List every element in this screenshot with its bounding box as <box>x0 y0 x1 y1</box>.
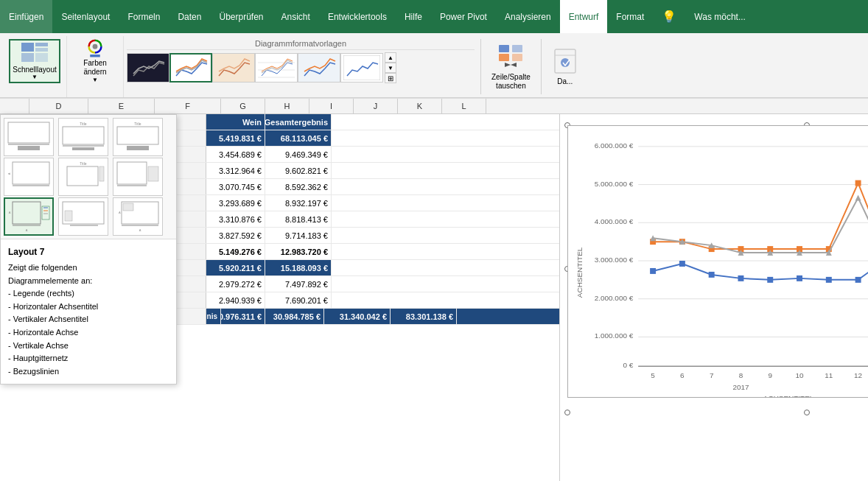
menu-einfuegen[interactable]: Einfügen <box>0 0 52 33</box>
col-i: I <box>309 99 354 113</box>
cell-wein-header[interactable]: Wein <box>206 114 265 130</box>
menu-wasmochte[interactable]: Was möcht... <box>685 0 755 33</box>
cell-e4[interactable]: 8.592.362 € <box>265 179 332 194</box>
cell-e2[interactable]: 9.469.349 € <box>265 147 332 162</box>
layout-popup: Title Title A <box>0 114 177 385</box>
cell-e1[interactable]: 68.113.045 € <box>265 130 332 146</box>
layout-item-5[interactable]: Title <box>58 158 108 196</box>
menu-entwicklertools[interactable]: Entwicklertools <box>319 0 396 33</box>
cell-e7[interactable]: 9.714.183 € <box>265 228 332 243</box>
cell-d1[interactable]: 5.419.831 € <box>206 130 265 146</box>
cell-d11[interactable]: 2.940.939 € <box>206 292 265 308</box>
svg-text:6: 6 <box>680 371 685 379</box>
table-header-row: Wein Gesamtergebnis <box>177 114 559 130</box>
chart-styles-row: ▲ ▼ ⊞ <box>127 52 475 83</box>
layout-item-2[interactable]: Title <box>58 118 108 156</box>
cell-e10[interactable]: 7.497.892 € <box>265 276 332 292</box>
chart-style-selected[interactable] <box>169 53 212 82</box>
cell-d7[interactable]: 3.827.592 € <box>206 228 265 243</box>
cell-d6[interactable]: 3.310.876 € <box>206 211 265 227</box>
chart-style-5[interactable] <box>298 53 340 82</box>
schnelllayout-dropdown-arrow[interactable]: ▼ <box>32 74 38 80</box>
chart-container[interactable]: ACHSENTITEL 6.000.000 € 5.000.000 € 4.00… <box>567 125 868 398</box>
cell-d10[interactable]: 2.979.272 € <box>206 276 265 292</box>
svg-point-6 <box>93 44 98 49</box>
layout-item-4[interactable]: A <box>4 158 54 196</box>
cell-e5[interactable]: 8.932.197 € <box>265 195 332 211</box>
layout-item-6[interactable] <box>113 158 163 196</box>
cell-e11[interactable]: 7.690.201 € <box>265 292 332 308</box>
col-g: G <box>221 99 265 113</box>
menu-ansicht[interactable]: Ansicht <box>273 0 319 33</box>
scroll-down[interactable]: ▼ <box>385 63 396 73</box>
layout-item-8[interactable] <box>58 197 108 236</box>
cell-e3[interactable]: 9.602.821 € <box>265 163 332 178</box>
menu-seitenlayout[interactable]: Seitenlayout <box>52 0 119 33</box>
menu-formeln[interactable]: Formeln <box>119 0 169 33</box>
handle-bottom[interactable] <box>804 410 810 415</box>
layout-item-3[interactable]: Title <box>113 118 163 156</box>
scroll-expand[interactable]: ⊞ <box>385 73 396 83</box>
schnelllayout-icon <box>20 42 49 64</box>
svg-rect-102 <box>855 180 861 186</box>
farben-button[interactable]: Farben ändern ▼ <box>73 39 117 83</box>
cell-d9[interactable]: 5.920.211 € <box>206 260 265 275</box>
menu-hilfe[interactable]: Hilfe <box>396 0 431 33</box>
svg-rect-29 <box>13 162 49 184</box>
layout-item-1[interactable] <box>4 118 54 156</box>
col-f: F <box>155 99 221 113</box>
layout-item-9[interactable]: A A <box>113 197 163 236</box>
menu-entwurf[interactable]: Entwurf <box>560 0 608 33</box>
schnelllayout-button[interactable]: Schnelllayout ▼ <box>9 39 60 83</box>
scroll-arrows: ▲ ▼ ⊞ <box>385 52 396 83</box>
menu-analysieren[interactable]: Analysieren <box>496 0 560 33</box>
farben-dropdown-arrow[interactable]: ▼ <box>92 77 98 83</box>
cell-gesamt-header[interactable]: Gesamtergebnis <box>265 114 332 130</box>
cell-d4[interactable]: 3.070.745 € <box>206 179 265 194</box>
menu-ueberpruefen[interactable]: Überprüfen <box>210 0 272 33</box>
chart-style-4[interactable] <box>255 53 298 82</box>
handle-bottom-left[interactable] <box>564 410 570 415</box>
col-k: K <box>398 99 442 113</box>
cell-e9[interactable]: 15.188.093 € <box>265 260 332 275</box>
chart-style-6[interactable] <box>340 53 383 82</box>
cell-d3[interactable]: 3.312.964 € <box>206 163 265 178</box>
zeile-spalte-button[interactable]: Zeile/Spalte tauschen <box>484 36 538 97</box>
svg-rect-1 <box>35 43 48 46</box>
menu-lightbulb[interactable]: 💡 <box>653 0 685 33</box>
svg-text:10: 10 <box>795 371 804 379</box>
daten-icon <box>552 48 578 74</box>
chart-style-3[interactable] <box>212 53 255 82</box>
svg-rect-85 <box>650 268 656 274</box>
svg-rect-14 <box>512 45 522 52</box>
daten-button[interactable]: Da... <box>545 36 586 97</box>
table-row: 3.310.876 € 8.818.413 € <box>177 211 559 228</box>
cell-total-label: nis <box>206 309 221 324</box>
svg-text:2017: 2017 <box>732 383 749 391</box>
cell-d8[interactable]: 5.149.276 € <box>206 244 265 259</box>
menu-daten[interactable]: Daten <box>169 0 210 33</box>
svg-text:8: 8 <box>739 371 743 379</box>
ribbon: Schnelllayout ▼ Farben ändern ▼ Diagramm… <box>0 33 868 98</box>
daten-label: Da... <box>557 77 573 85</box>
svg-rect-2 <box>35 48 48 52</box>
cell-d2[interactable]: 3.454.689 € <box>206 147 265 162</box>
cell-e6[interactable]: 8.818.413 € <box>265 211 332 227</box>
col-j: J <box>354 99 398 113</box>
table-row: 3.827.592 € 9.714.183 € <box>177 228 559 244</box>
svg-rect-38 <box>13 202 41 224</box>
menu-bar: Einfügen Seitenlayout Formeln Daten Über… <box>0 0 868 33</box>
menu-powerpivot[interactable]: Power Pivot <box>431 0 496 33</box>
chart-style-1[interactable] <box>127 53 169 82</box>
svg-text:A: A <box>26 228 28 232</box>
menu-format[interactable]: Format <box>607 0 653 33</box>
scroll-up[interactable]: ▲ <box>385 52 396 63</box>
cell-e8[interactable]: 12.983.720 € <box>265 244 332 259</box>
layout-item-7[interactable]: A A <box>4 197 54 236</box>
cell-d5[interactable]: 3.293.689 € <box>206 195 265 211</box>
svg-text:A: A <box>139 228 141 232</box>
svg-text:ACHSENTITEL: ACHSENTITEL <box>575 247 584 298</box>
svg-text:A: A <box>9 211 11 214</box>
svg-text:Title: Title <box>80 161 86 166</box>
svg-rect-86 <box>679 261 685 267</box>
